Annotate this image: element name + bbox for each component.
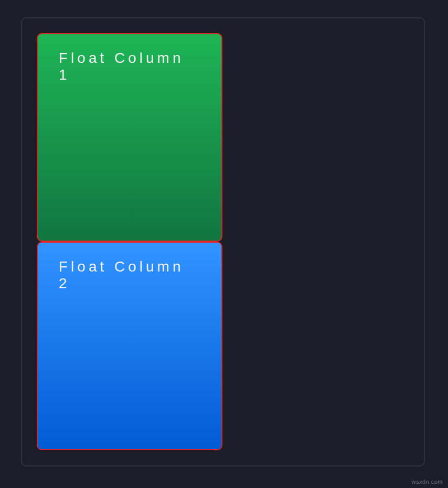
float-column-1: Float Column 1 [37, 33, 222, 242]
column-title-1: Float Column 1 [59, 50, 200, 83]
float-column-2: Float Column 2 [37, 242, 222, 450]
column-title-2: Float Column 2 [59, 258, 200, 292]
watermark: wsxdn.com [411, 479, 443, 485]
layout-container: Float Column 1 Float Column 2 [21, 17, 425, 467]
